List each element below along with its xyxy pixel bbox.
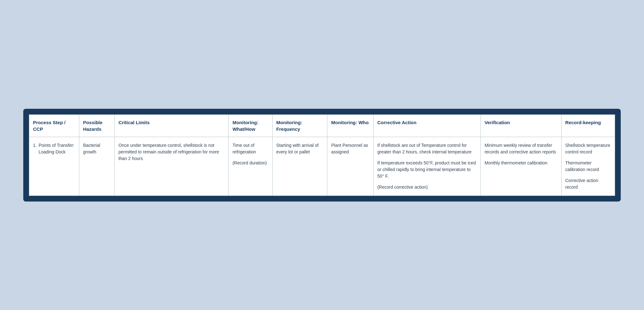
header-row: Process Step / CCP Possible Hazards Crit… — [29, 114, 615, 137]
header-verification: Verification — [480, 114, 561, 137]
monitoring-what-line1: Time out of refrigeration — [232, 142, 268, 155]
header-monitoring-what: Monitoring: What/How — [229, 114, 272, 137]
cell-recordkeeping: Shellstock temperature control record Th… — [561, 137, 615, 196]
corrective-action-p2: If temperature exceeds 50°F, product mus… — [377, 160, 477, 180]
cell-monitoring-who: Plant Personnel as assigned — [327, 137, 374, 196]
corrective-action-p1: If shellstock are out of Temperature con… — [377, 142, 477, 155]
table-row: 1. Points of Transfer: Loading Dock Bact… — [29, 137, 615, 196]
header-monitoring-who: Monitoring: Who — [327, 114, 374, 137]
cell-corrective-action: If shellstock are out of Temperature con… — [373, 137, 480, 196]
cell-possible-hazards: Bacterial growth — [79, 137, 115, 196]
header-recordkeeping: Record-keeping — [561, 114, 615, 137]
step-label: Points of Transfer: Loading Dock — [39, 142, 75, 155]
cell-monitoring-what: Time out of refrigeration (Record durati… — [229, 137, 272, 196]
cell-process-step: 1. Points of Transfer: Loading Dock — [29, 137, 79, 196]
header-process-step: Process Step / CCP — [29, 114, 79, 137]
cell-monitoring-frequency: Starting with arrival of every lot or pa… — [272, 137, 327, 196]
recordkeeping-p1: Shellstock temperature control record — [565, 142, 611, 155]
cell-critical-limits: Once under temperature control, shellsto… — [114, 137, 229, 196]
corrective-action-p3: (Record corrective action) — [377, 184, 477, 191]
header-monitoring-frequency: Monitoring: Frequency — [272, 114, 327, 137]
table-container: Process Step / CCP Possible Hazards Crit… — [23, 109, 621, 202]
header-possible-hazards: Possible Hazards — [79, 114, 115, 137]
haccp-table: Process Step / CCP Possible Hazards Crit… — [29, 114, 615, 196]
step-number: 1. — [33, 142, 37, 149]
verification-p1: Minimum weekly review of transfer record… — [485, 142, 558, 155]
header-critical-limits: Critical Limits — [114, 114, 229, 137]
monitoring-what-line2: (Record duration) — [232, 160, 268, 166]
verification-p2: Monthly thermometer calibration — [485, 160, 558, 166]
cell-verification: Minimum weekly review of transfer record… — [480, 137, 561, 196]
recordkeeping-p2: Thermometer calibration record — [565, 160, 611, 173]
recordkeeping-p3: Corrective action record — [565, 177, 611, 191]
header-corrective-action: Corrective Action — [373, 114, 480, 137]
